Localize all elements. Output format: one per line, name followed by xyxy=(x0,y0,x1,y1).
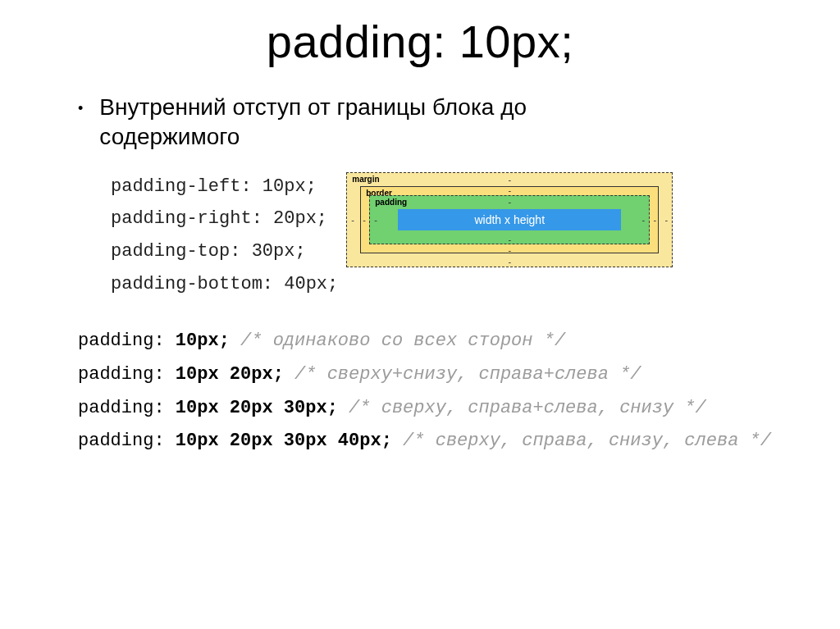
code-comment: /* сверху+снизу, справа+слева */ xyxy=(284,364,641,385)
dash-icon: - xyxy=(508,197,511,207)
code-comment: /* сверху, справа, снизу, слева */ xyxy=(392,431,771,451)
dash-icon: - xyxy=(654,215,657,225)
margin-label: margin xyxy=(352,175,379,184)
code-value: 10px 20px 30px; xyxy=(176,398,338,418)
code-line: padding: 10px 20px 30px; /* сверху, спра… xyxy=(78,392,807,426)
code-value: 10px; xyxy=(176,330,230,351)
padding-longhand-code: padding-left: 10px; padding-right: 20px;… xyxy=(111,171,338,300)
dash-icon: - xyxy=(508,245,511,255)
box-model-content: width x height xyxy=(398,209,621,230)
dash-icon: - xyxy=(508,257,511,267)
code-comment: /* одинаково со всех сторон */ xyxy=(230,330,565,351)
code-line: padding: 10px 20px 30px 40px; /* сверху,… xyxy=(78,425,807,458)
box-model-padding: padding - - - - width x height xyxy=(369,195,650,244)
dash-icon: - xyxy=(351,215,354,225)
box-model-border: border - - - - padding - - - - width x h… xyxy=(360,186,659,253)
code-line: padding-top: 30px; xyxy=(111,235,338,268)
bullet-dot-icon: • xyxy=(78,100,83,117)
code-comment: /* сверху, справа+слева, снизу */ xyxy=(338,398,706,418)
box-model-margin: margin - - - - border - - - - padding - … xyxy=(346,172,673,267)
code-property: padding: xyxy=(78,364,176,385)
box-model-diagram: margin - - - - border - - - - padding - … xyxy=(346,172,673,267)
code-line: padding-right: 20px; xyxy=(111,203,338,235)
code-value: 10px 20px 30px 40px; xyxy=(176,431,392,451)
dash-icon: - xyxy=(374,215,377,225)
code-line: padding: 10px; /* одинаково со всех стор… xyxy=(78,325,807,358)
padding-label: padding xyxy=(375,198,407,207)
code-line: padding: 10px 20px; /* сверху+снизу, спр… xyxy=(78,358,807,392)
padding-shorthand-code: padding: 10px; /* одинаково со всех стор… xyxy=(78,325,807,458)
slide-title: padding: 10px; xyxy=(33,15,807,68)
dash-icon: - xyxy=(508,235,511,244)
dash-icon: - xyxy=(363,215,366,225)
code-property: padding: xyxy=(78,398,176,418)
code-value: 10px 20px; xyxy=(176,364,284,385)
dash-icon: - xyxy=(508,185,511,195)
dash-icon: - xyxy=(665,215,669,225)
bullet-item: • Внутренний отступ от границы блока до … xyxy=(78,93,807,153)
code-property: padding: xyxy=(78,431,176,451)
dash-icon: - xyxy=(642,215,646,225)
dash-icon: - xyxy=(508,175,511,185)
code-line: padding-left: 10px; xyxy=(111,171,338,203)
bullet-text: Внутренний отступ от границы блока до со… xyxy=(99,93,608,153)
code-property: padding: xyxy=(78,330,176,351)
code-line: padding-bottom: 40px; xyxy=(111,268,338,301)
